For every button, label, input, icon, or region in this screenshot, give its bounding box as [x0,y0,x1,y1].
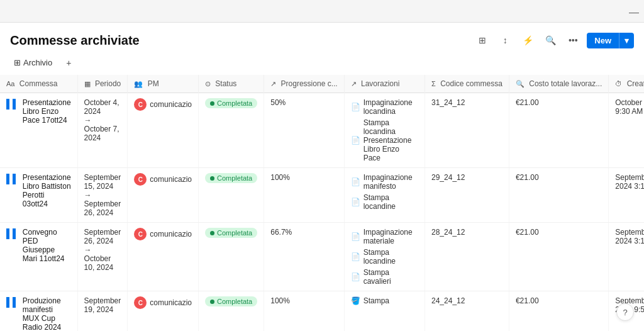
archive-tab[interactable]: ⊞ Archivio [10,55,56,70]
pm-cell: C comunicazio [134,296,192,309]
table-wrapper[interactable]: Aa Commessa ▦ Periodo 👥 PM ⊙ Status ↗ [0,75,644,331]
filter-icon[interactable]: ⊞ [474,31,491,49]
lavorazione-item: 📄Impaginazione manifesto [351,173,418,191]
pm-avatar: C [134,173,147,186]
cell-status: Completata [198,291,264,332]
more-icon[interactable]: ••• [564,31,582,49]
status-label: Completata [217,229,252,237]
col-lavorazioni: ↗ Lavorazioni [344,75,425,93]
new-button-label: New [587,33,619,48]
lavorazione-name: Stampa locandine [364,193,418,211]
cell-status: Completata [198,168,264,223]
pm-cell: C comunicazio [134,173,192,186]
table-row[interactable]: ▌▌ Presentazione Libro Battiston Perotti… [0,168,644,223]
sort-icon[interactable]: ↕ [496,31,514,49]
cell-commessa: ▌▌ Presentazione Libro Battiston Perotti… [0,168,77,223]
status-label: Completata [217,174,252,182]
cell-codice: 28_24_12 [425,223,509,291]
col-commessa-icon: Aa [6,80,14,87]
col-commessa: Aa Commessa [0,75,77,93]
cell-created: September 26, 2024 3:16 PM [609,168,644,223]
file-icon: 📄 [351,198,360,206]
cell-progressione: 100% [264,291,344,332]
commessa-name: ▌▌ Produzione manifesti MUX Cup Radio 20… [6,296,71,331]
page-title: Commesse archiviate [10,33,140,48]
table-row[interactable]: ▌▌ Presentazione Libro Enzo Pace 17ott24… [0,93,644,168]
cell-created: October 2, 2024 9:30 AM [609,93,644,168]
status-label: Completata [217,298,252,305]
new-button[interactable]: New ▾ [587,33,634,48]
search-icon[interactable]: 🔍 [541,31,559,49]
col-status-icon: ⊙ [205,80,211,87]
commessa-name: ▌▌ Convegno PED Giuseppe Mari 11ott24 [6,228,71,263]
lightning-icon[interactable]: ⚡ [519,31,536,49]
col-pm-icon: 👥 [134,80,143,87]
status-dot [210,231,214,235]
col-codice: Σ Codice commessa [425,75,509,93]
commessa-bar-icon: ▌▌ [6,297,19,307]
table-header-row: Aa Commessa ▦ Periodo 👥 PM ⊙ Status ↗ [0,75,644,93]
cell-pm: C comunicazio [128,168,199,223]
lavorazione-name: Impaginazione materiale [364,228,418,245]
archive-label: Archivio [23,58,52,67]
cell-pm: C comunicazio [128,93,199,168]
archive-grid-icon: ⊞ [14,58,21,67]
new-button-arrow[interactable]: ▾ [619,33,634,48]
pm-avatar: C [134,228,147,240]
pm-name: comunicazio [150,100,192,109]
pm-avatar: C [134,98,147,111]
table-row[interactable]: ▌▌ Produzione manifesti MUX Cup Radio 20… [0,291,644,332]
pm-name: comunicazio [150,298,192,307]
col-progressione: ↗ Progressione c... [264,75,344,93]
page-header: Commesse archiviate ⊞ ↕ ⚡ 🔍 ••• New ▾ [0,23,644,55]
cell-codice: 31_24_12 [425,93,509,168]
add-view-button[interactable]: + [62,57,75,69]
help-button[interactable]: ? [616,303,634,321]
col-status: ⊙ Status [198,75,264,93]
cell-periodo: September 19, 2024 [77,291,128,332]
commessa-name: ▌▌ Presentazione Libro Battiston Perotti… [6,173,71,208]
cell-lavorazioni: 🪣Stampa [344,291,425,332]
col-codice-icon: Σ [431,80,436,87]
col-status-label: Status [215,79,236,88]
pm-cell: C comunicazio [134,228,192,240]
status-badge: Completata [205,98,257,108]
status-dot [210,101,214,106]
cell-pm: C comunicazio [128,223,199,291]
lavorazione-name: Stampa locandine [364,248,418,266]
main-table: Aa Commessa ▦ Periodo 👥 PM ⊙ Status ↗ [0,75,644,331]
file-icon: 📄 [351,232,360,241]
pm-cell: C comunicazio [134,98,192,111]
toolbar: ⊞ ↕ ⚡ 🔍 ••• New ▾ [474,31,634,49]
lavorazione-name: Stampa [364,296,389,305]
file-icon: 📄 [351,252,360,261]
cell-costo: €21.00 [509,223,608,291]
table-body: ▌▌ Presentazione Libro Enzo Pace 17ott24… [0,93,644,332]
lavorazione-name: Impaginazione manifesto [364,173,418,191]
commessa-text: Presentazione Libro Battiston Perotti 03… [23,173,71,208]
cell-periodo: September 26, 2024 → October 10, 2024 [77,223,128,291]
col-progressione-icon: ↗ [270,80,276,87]
file-icon: 📄 [351,272,360,281]
minimize-button[interactable]: — [629,8,636,15]
table-row[interactable]: ▌▌ Convegno PED Giuseppe Mari 11ott24 Se… [0,223,644,291]
lavorazione-item: 📄Stampa locandine [351,248,418,266]
file-icon: 📄 [351,177,360,186]
pm-avatar: C [134,296,147,309]
cell-lavorazioni: 📄Impaginazione materiale📄Stampa locandin… [344,223,425,291]
cell-codice: 24_24_12 [425,291,509,332]
subtoolbar: ⊞ Archivio + [0,55,644,75]
col-pm-label: PM [148,79,159,88]
cell-pm: C comunicazio [128,291,199,332]
cell-costo: €21.00 [509,93,608,168]
commessa-bar-icon: ▌▌ [6,99,19,109]
cell-commessa: ▌▌ Convegno PED Giuseppe Mari 11ott24 [0,223,77,291]
col-progressione-label: Progressione c... [281,79,338,88]
col-lavorazioni-label: Lavorazioni [361,79,399,88]
lavorazione-item: 📄Stampa locandine [351,193,418,211]
col-periodo: ▦ Periodo [77,75,128,93]
lavorazione-name: Stampa cavalieri [364,268,418,286]
cell-progressione: 66.7% [264,223,344,291]
cell-periodo: September 15, 2024 → September 26, 2024 [77,168,128,223]
cell-commessa: ▌▌ Presentazione Libro Enzo Pace 17ott24 [0,93,77,168]
